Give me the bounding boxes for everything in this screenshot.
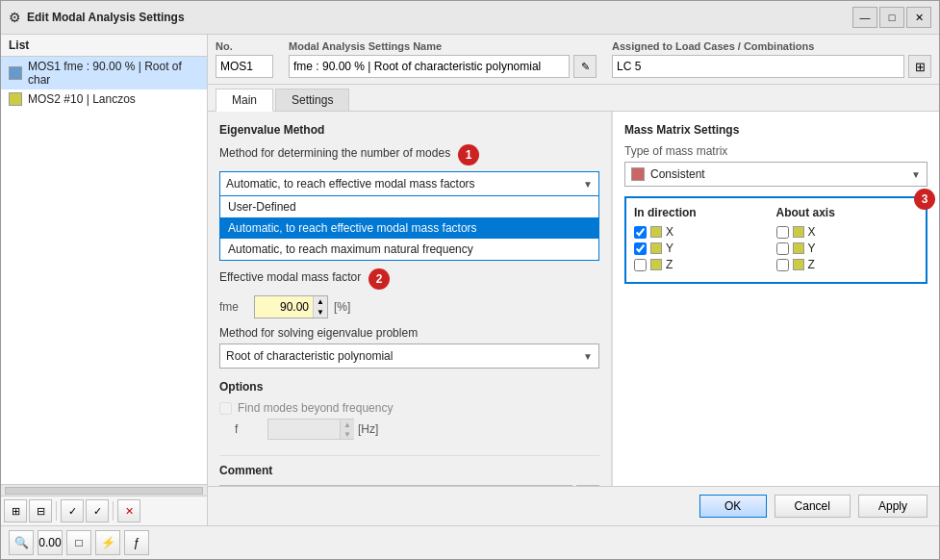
coordinates-button[interactable]: 0.00 bbox=[38, 530, 63, 555]
results-button[interactable]: ⚡ bbox=[95, 530, 120, 555]
lc-input[interactable] bbox=[612, 55, 904, 78]
delete-button[interactable]: ✕ bbox=[117, 499, 140, 522]
cancel-button[interactable]: Cancel bbox=[775, 495, 851, 518]
hz-spin-up[interactable]: ▲ bbox=[341, 420, 354, 429]
lc-col: Assigned to Load Cases / Combinations ⊞ bbox=[612, 40, 931, 78]
dropdown-option-auto-freq[interactable]: Automatic, to reach maximum natural freq… bbox=[220, 239, 598, 260]
about-axis-x-checkbox[interactable] bbox=[776, 226, 789, 239]
mass-type-dropdown[interactable]: Consistent ▼ bbox=[624, 162, 927, 187]
no-input[interactable] bbox=[216, 55, 273, 78]
direction-row-z: Z Z bbox=[634, 258, 918, 271]
hz-spin-down[interactable]: ▼ bbox=[341, 429, 354, 439]
direction-table: In direction About axis X bbox=[624, 196, 927, 284]
about-axis-x-label: X bbox=[808, 225, 816, 239]
name-input[interactable] bbox=[289, 55, 570, 78]
in-direction-header: In direction bbox=[634, 206, 776, 219]
about-axis-x-color bbox=[793, 226, 804, 238]
content-area: Eigenvalue Method Method for determining… bbox=[208, 112, 939, 486]
name-col: Modal Analysis Settings Name ✎ bbox=[289, 40, 597, 78]
in-direction-y-color bbox=[650, 242, 662, 254]
comment-title: Comment bbox=[219, 464, 599, 477]
mass-color-swatch bbox=[631, 167, 645, 181]
fme-label: fme bbox=[219, 300, 248, 314]
lc-row: ⊞ bbox=[612, 55, 931, 78]
lc-edit-button[interactable]: ⊞ bbox=[908, 55, 931, 78]
find-modes-checkbox[interactable] bbox=[219, 402, 232, 415]
hz-input: ▲ ▼ bbox=[267, 419, 354, 440]
hz-input-row: f ▲ ▼ [Hz] bbox=[235, 419, 599, 440]
bottom-toolbar: 🔍 0.00 □ ⚡ ƒ bbox=[1, 525, 939, 559]
method-dropdown[interactable]: Automatic, to reach effective modal mass… bbox=[219, 171, 599, 196]
window-title: Edit Modal Analysis Settings bbox=[27, 11, 847, 24]
f-label: f bbox=[235, 422, 264, 436]
tab-main[interactable]: Main bbox=[216, 89, 273, 112]
apply-button[interactable]: Apply bbox=[858, 495, 927, 518]
dropdown-option-auto-mass[interactable]: Automatic, to reach effective modal mass… bbox=[220, 217, 598, 239]
close-button[interactable]: ✕ bbox=[906, 7, 931, 28]
ok-button[interactable]: OK bbox=[699, 495, 767, 518]
eigenvalue-header-row: Method for determining the number of mod… bbox=[219, 144, 599, 165]
fme-spin-down[interactable]: ▼ bbox=[314, 307, 327, 318]
check-button-1[interactable]: ✓ bbox=[61, 499, 84, 522]
options-section: Options Find modes beyond frequency f ▲ bbox=[219, 380, 599, 440]
hz-value-input[interactable] bbox=[272, 422, 340, 436]
about-axis-header: About axis bbox=[776, 206, 919, 219]
badge-3: 3 bbox=[914, 189, 935, 210]
about-axis-y-label: Y bbox=[808, 242, 816, 255]
mass-matrix-section: Mass Matrix Settings Type of mass matrix… bbox=[624, 123, 927, 284]
minimize-button[interactable]: — bbox=[852, 7, 877, 28]
effective-label-row: Effective modal mass factor 2 bbox=[219, 268, 599, 290]
in-direction-x-label: X bbox=[666, 225, 673, 239]
in-direction-z-checkbox[interactable] bbox=[634, 259, 647, 271]
scroll-track[interactable] bbox=[5, 487, 203, 495]
footer: OK Cancel Apply bbox=[208, 486, 939, 525]
settings-right: Mass Matrix Settings Type of mass matrix… bbox=[612, 112, 939, 486]
tab-bar: Main Settings bbox=[208, 85, 939, 112]
effective-label: Effective modal mass factor bbox=[219, 270, 361, 284]
in-direction-y: Y bbox=[634, 242, 776, 255]
view-button[interactable]: □ bbox=[66, 530, 91, 555]
maximize-button[interactable]: □ bbox=[879, 7, 904, 28]
hz-spinners: ▲ ▼ bbox=[340, 420, 354, 439]
in-direction-x-color bbox=[650, 226, 662, 238]
in-direction-y-checkbox[interactable] bbox=[634, 242, 647, 255]
hz-unit: [Hz] bbox=[358, 422, 378, 436]
main-content: List MOS1 fme : 90.00 % | Root of char M… bbox=[1, 35, 939, 525]
list-item-mos1[interactable]: MOS1 fme : 90.00 % | Root of char bbox=[1, 57, 207, 89]
about-axis-y-checkbox[interactable] bbox=[776, 242, 789, 255]
fme-spinners: ▲ ▼ bbox=[313, 296, 327, 318]
fme-spin-up[interactable]: ▲ bbox=[314, 296, 327, 307]
formula-button[interactable]: ƒ bbox=[124, 530, 149, 555]
fme-input[interactable] bbox=[255, 298, 313, 316]
method-dropdown-value: Automatic, to reach effective modal mass… bbox=[226, 177, 475, 191]
dropdown-option-user-defined[interactable]: User-Defined bbox=[220, 196, 598, 217]
mass-matrix-title: Mass Matrix Settings bbox=[624, 123, 927, 137]
toolbar-separator-1 bbox=[56, 501, 57, 521]
tab-settings[interactable]: Settings bbox=[275, 89, 349, 111]
about-axis-y: Y bbox=[776, 242, 919, 255]
mass-dropdown-arrow-icon: ▼ bbox=[911, 169, 921, 180]
check-button-2[interactable]: ✓ bbox=[86, 499, 109, 522]
new-item-button[interactable]: ⊞ bbox=[4, 499, 27, 522]
list-header: List bbox=[1, 35, 207, 57]
name-edit-button[interactable]: ✎ bbox=[573, 55, 597, 78]
list-item-mos2-label: MOS2 #10 | Lanczos bbox=[28, 92, 136, 106]
eigenvalue-method-label: Method for solving eigenvalue problem bbox=[219, 326, 599, 340]
eigenvalue-section-title: Eigenvalue Method bbox=[219, 123, 599, 137]
list-item-mos2[interactable]: MOS2 #10 | Lanczos bbox=[1, 89, 207, 109]
in-direction-y-label: Y bbox=[666, 242, 673, 255]
method-label: Method for determining the number of mod… bbox=[219, 146, 450, 160]
about-axis-z-checkbox[interactable] bbox=[776, 259, 789, 271]
duplicate-button[interactable]: ⊟ bbox=[29, 499, 52, 522]
fme-field: fme ▲ ▼ [%] bbox=[219, 295, 599, 318]
fme-input-wrap: ▲ ▼ bbox=[254, 295, 328, 318]
in-direction-x-checkbox[interactable] bbox=[634, 226, 647, 239]
direction-row-y: Y Y bbox=[634, 242, 918, 255]
direction-section: In direction About axis X bbox=[624, 196, 927, 284]
search-button[interactable]: 🔍 bbox=[9, 530, 34, 555]
mass-type-value: Consistent bbox=[650, 167, 905, 181]
list-items: MOS1 fme : 90.00 % | Root of char MOS2 #… bbox=[1, 57, 207, 484]
eigenvalue-method-section: Method for solving eigenvalue problem Ro… bbox=[219, 326, 599, 369]
eigenvalue-method-dropdown[interactable]: Root of characteristic polynomial ▼ bbox=[219, 344, 599, 369]
in-direction-z: Z bbox=[634, 258, 776, 271]
